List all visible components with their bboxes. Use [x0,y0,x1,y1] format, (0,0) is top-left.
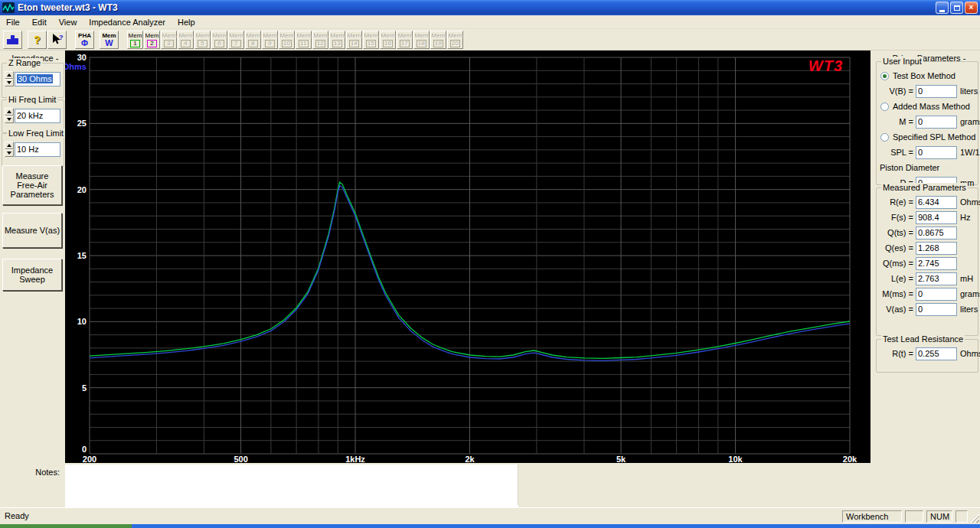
param-field-v-b[interactable] [916,85,957,98]
mem-label: Mem [230,33,243,39]
workspace: - Impedance - Z Range 30 Ohms Hi Freq Li… [0,51,980,463]
section-label-piston-diameter: Piston Diameter [878,160,976,175]
param-row-v-as: V(as) =liters [878,301,976,317]
mem-label: Mem [381,33,395,39]
status-panel-num: NUM [926,510,952,523]
phi-icon: Φ [81,39,88,47]
svg-text:?: ? [59,34,64,41]
mem-label: Mem [280,33,294,39]
radio-test-box-method[interactable] [880,72,889,80]
notes-divider [518,464,518,505]
status-bar: Ready WorkbenchNUM [0,507,980,524]
mem-number-box: 18 [416,40,426,47]
spin-up-button[interactable] [5,71,14,79]
low-freq-limit-label: Low Freq Limit [7,129,65,138]
context-help-button[interactable]: ? [47,31,67,49]
mem-15-button: Mem15 [363,31,379,49]
y-axis-unit-label: Ohms [65,62,87,71]
hi-freq-limit-label: Hi Freq Limit [7,95,57,104]
radio-row-added-mass-method: Added Mass Method [878,99,976,114]
mem-label: Mem [314,33,328,39]
param-field-q-ts[interactable] [916,227,957,240]
mem-number-box: 12 [315,40,325,47]
param-label: R(t) = [878,349,916,358]
y-tick-label: 25 [77,119,87,128]
param-field-m[interactable] [916,116,957,129]
mem-2-button[interactable]: Mem2 [144,31,160,49]
mem-7-button: Mem7 [228,31,244,49]
spin-up-button[interactable] [5,142,14,149]
menu-impedance-analyzer[interactable]: Impedance Analyzer [83,16,172,28]
notes-input[interactable] [65,464,518,508]
minimize-button[interactable] [936,2,949,14]
taskbar-strip [0,524,980,528]
test-lead-resistance-group: Test Lead Resistance R(t) =Ohms [876,339,978,373]
menu-file[interactable]: File [0,16,26,28]
param-unit: grams [957,117,980,126]
param-field-l-e[interactable] [916,272,957,285]
z-range-group: Z Range 30 Ohms [2,63,64,98]
param-field-spl[interactable] [916,146,957,159]
mem-label: Mem [145,33,159,39]
param-field-q-es[interactable] [916,242,957,255]
mem-4-button: Mem4 [178,31,194,49]
close-button[interactable]: × [965,2,978,14]
phase-button[interactable]: PHA Φ [75,31,94,49]
mem-number-box: 3 [164,40,174,47]
mem-label: Mem [247,33,260,39]
arrow-down-icon [7,81,11,84]
memory-waveform-button[interactable]: Mem W [100,31,119,49]
low-freq-spinner [5,142,14,157]
measure-free-air-button[interactable]: Measure Free-Air Parameters [2,165,62,205]
param-field-f-s[interactable] [916,211,957,224]
measured-parameters-label: Measured Parameters [881,183,968,192]
param-row-r-e: R(e) =Ohms [878,194,976,210]
mem-1-button[interactable]: Mem1 [127,31,143,49]
param-field-r-e[interactable] [916,196,957,209]
param-row-l-e: L(e) =mH [878,271,976,286]
param-field-r-t[interactable] [916,347,957,360]
measure-vas-button[interactable]: Measure V(as) [2,213,62,248]
spin-down-button[interactable] [5,79,14,86]
status-message: Ready [5,511,29,520]
mem-label: Mem [432,33,446,39]
impedance-chart-svg: 051015202530Ohms2005001kHz2k5k10k20kWT3 [65,51,871,463]
menu-help[interactable]: Help [172,16,201,28]
param-row-q-ms: Q(ms) = [878,256,976,271]
mem-12-button: Mem12 [312,31,328,49]
mem-label: Mem [348,33,361,39]
z-range-field[interactable]: 30 Ohms [15,72,60,86]
mem-label: Mem [415,33,429,39]
spin-down-button[interactable] [5,149,14,157]
notes-label: Notes: [0,468,60,477]
y-tick-label: 15 [77,251,87,260]
mem-number-box: 4 [181,40,191,47]
hi-freq-field[interactable]: 20 kHz [15,109,60,123]
radio-specified-spl-method[interactable] [880,133,889,142]
param-field-q-ms[interactable] [916,257,957,270]
resize-grip[interactable] [969,513,979,523]
driver-parameters-panel: - Driver Parameters - User Input Test Bo… [873,51,980,463]
radio-added-mass-method[interactable] [880,103,889,111]
status-panel-workbench: Workbench [842,510,902,523]
impedance-sweep-button[interactable]: Impedance Sweep [2,259,62,291]
menu-edit[interactable]: Edit [26,16,53,28]
param-unit: 1W/1m [957,148,980,157]
toolbar: ? ? PHA Φ Mem W Mem1Mem2Mem3Mem4Mem5Mem6… [0,29,980,51]
help-button[interactable]: ? [28,31,47,49]
arrow-up-icon [7,110,11,113]
z-range-spinner [5,71,14,86]
chart-button[interactable] [3,31,22,49]
spin-up-button[interactable] [5,108,14,116]
param-field-m-ms[interactable] [916,288,957,301]
mem-19-button: Mem19 [430,31,446,49]
maximize-button[interactable] [950,2,963,14]
spin-down-button[interactable] [5,116,14,123]
radio-row-test-box-method: Test Box Method [878,68,976,83]
menu-view[interactable]: View [53,16,83,28]
mem-number-box: 17 [400,40,410,47]
param-field-v-as[interactable] [916,303,957,316]
mem-3-button: Mem3 [161,31,177,49]
low-freq-field[interactable]: 10 Hz [15,142,60,157]
measured-parameters-group: Measured Parameters R(e) =OhmsF(s) =HzQ(… [876,187,978,336]
